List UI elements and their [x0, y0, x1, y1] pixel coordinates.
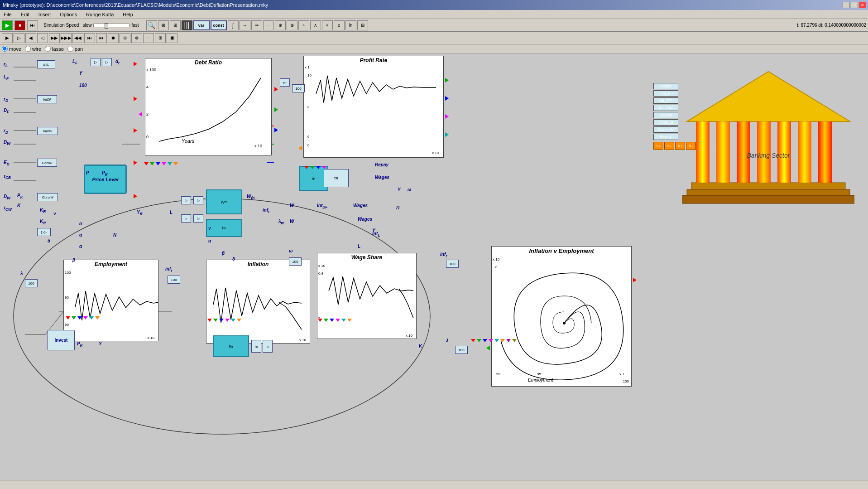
- var-Y-R[interactable]: YR: [137, 210, 143, 216]
- zoom-fit-button[interactable]: ⊞: [170, 20, 181, 30]
- var-W-1[interactable]: W: [290, 203, 294, 208]
- rewind-slow-btn[interactable]: ◁: [37, 33, 48, 43]
- var-EB[interactable]: EB: [4, 160, 10, 166]
- rewind-btn[interactable]: ◀: [25, 33, 36, 43]
- var-Wages-top[interactable]: Wages: [375, 175, 389, 180]
- var-W-2[interactable]: W: [290, 219, 294, 224]
- op-button-6[interactable]: ÷: [298, 20, 309, 30]
- op-button-1[interactable]: →: [240, 20, 250, 30]
- var-L[interactable]: L: [170, 210, 173, 215]
- zoom-out-button[interactable]: 🔍: [146, 20, 157, 30]
- var-omega-1[interactable]: ω: [408, 187, 411, 192]
- misc-btn3[interactable]: ⋯: [143, 33, 154, 43]
- cons-block-B[interactable]: ConsB: [37, 159, 57, 167]
- misc-btn5[interactable]: ▣: [167, 33, 177, 43]
- play-button[interactable]: ▶: [2, 20, 13, 30]
- step-button[interactable]: ⏭: [27, 20, 38, 30]
- ifn-block[interactable]: Ifn: [206, 219, 242, 237]
- var-L-2[interactable]: L: [358, 244, 360, 249]
- stop-button[interactable]: ■: [14, 20, 25, 30]
- var-KR-1[interactable]: KR: [40, 208, 46, 214]
- legend-cons-w[interactable]: Cons_W: [653, 126, 678, 133]
- step-fwd-btn[interactable]: ⏭: [84, 33, 95, 43]
- var-lambda-w[interactable]: λw: [278, 219, 284, 225]
- menu-runge-kutta[interactable]: Runge Kutta: [84, 11, 115, 18]
- var-rD-2[interactable]: rD: [4, 128, 8, 135]
- var-infr-2[interactable]: infr: [165, 266, 172, 273]
- misc-btn2[interactable]: ⊗: [131, 33, 142, 43]
- speed-slider[interactable]: [93, 24, 129, 27]
- histogram-button[interactable]: |||: [182, 20, 192, 30]
- op-button-9[interactable]: e: [334, 20, 345, 30]
- op-button-3[interactable]: ⋯: [263, 20, 274, 30]
- var-omega-2[interactable]: ω: [289, 248, 293, 253]
- minimize-button[interactable]: _: [843, 2, 850, 8]
- int-block-DW[interactable]: IntDW: [37, 127, 58, 135]
- hundred-block-bottom[interactable]: 100: [455, 346, 468, 354]
- ffwd2-btn[interactable]: ▶▶▶: [61, 33, 72, 43]
- var-beta[interactable]: β: [72, 257, 75, 262]
- mode-pan-radio[interactable]: [67, 46, 73, 52]
- legend-cons-b[interactable]: Cons_B: [653, 119, 678, 126]
- back2-btn[interactable]: ◀◀: [72, 33, 83, 43]
- hundred-block-inf[interactable]: 100: [168, 276, 180, 284]
- op-button-10[interactable]: ln: [345, 20, 356, 30]
- menu-file[interactable]: File: [2, 11, 14, 18]
- var-alpha-ifn[interactable]: α: [208, 238, 211, 243]
- arrow-block-2[interactable]: ▷: [102, 58, 112, 66]
- var-Wfn-label[interactable]: Wfn: [247, 194, 254, 200]
- var-DW-2[interactable]: DW: [4, 194, 10, 200]
- var-rD-1[interactable]: rD: [4, 97, 8, 103]
- window-controls[interactable]: _ □ ✕: [843, 2, 866, 8]
- op-button-7[interactable]: ∧: [310, 20, 321, 30]
- zoom-in-button[interactable]: ⊕: [158, 20, 169, 30]
- const-button[interactable]: const: [211, 20, 227, 30]
- arrow-block-mid[interactable]: ▷▷: [37, 228, 51, 236]
- var-delta-2[interactable]: δ: [232, 257, 235, 261]
- var-rL[interactable]: rL: [4, 62, 8, 68]
- var-lambda-emp[interactable]: λ: [20, 271, 23, 276]
- var-IntDF-mid[interactable]: IntDF: [317, 203, 327, 209]
- var-Y-mid[interactable]: Y: [79, 71, 82, 76]
- mode-lasso[interactable]: lasso: [45, 46, 64, 52]
- var-tCW[interactable]: τCW: [4, 205, 12, 212]
- op-button-11[interactable]: ⊞: [357, 20, 368, 30]
- op-button-5[interactable]: ⊗: [287, 20, 297, 30]
- var-DF[interactable]: DF: [4, 108, 9, 114]
- var-Y-bottom[interactable]: Y: [99, 341, 102, 346]
- var-DW[interactable]: DW: [4, 140, 10, 146]
- misc-btn4[interactable]: ⊞: [155, 33, 166, 43]
- var-LF-top[interactable]: LF: [4, 74, 9, 81]
- var-Repay-1[interactable]: Repay: [375, 162, 388, 167]
- mode-move[interactable]: move: [2, 46, 21, 52]
- op-small-3[interactable]: ▷: [181, 214, 191, 223]
- menu-edit[interactable]: Edit: [19, 11, 31, 18]
- close-button[interactable]: ✕: [859, 2, 866, 8]
- var-lambda-bottom[interactable]: λ: [446, 338, 449, 343]
- rec-btn[interactable]: ⏺: [108, 33, 119, 43]
- maximize-button[interactable]: □: [851, 2, 858, 8]
- legend-int-dw[interactable]: Int_DW: [653, 105, 678, 111]
- var-infr-1[interactable]: infr: [263, 208, 269, 214]
- hundred-block-emp[interactable]: 100: [25, 279, 38, 287]
- legend-int-df[interactable]: Int_DF: [653, 97, 678, 104]
- price-level-block[interactable]: Price Level: [84, 165, 127, 194]
- tau-r-bottom[interactable]: τr: [263, 340, 273, 353]
- play-slow-btn[interactable]: ▷: [14, 33, 24, 43]
- int-block-DF[interactable]: IntDF: [37, 95, 57, 103]
- step-bk-btn[interactable]: ⏮: [96, 33, 107, 43]
- legend-wages[interactable]: Wages: [653, 112, 678, 118]
- op-small-2[interactable]: ▷: [193, 196, 203, 204]
- var-Y-top-right[interactable]: Y: [398, 187, 401, 192]
- var-Y-right[interactable]: Y: [372, 228, 375, 233]
- op-small-1[interactable]: ▷: [181, 196, 191, 204]
- legend-btn-2[interactable]: S↓: [664, 142, 674, 150]
- op-button-2[interactable]: ⇒: [251, 20, 262, 30]
- arrow-block-1[interactable]: ▷: [91, 58, 101, 66]
- var-button[interactable]: var: [193, 20, 210, 30]
- var-Pi[interactable]: Π: [396, 205, 399, 210]
- var-alpha-1[interactable]: α: [79, 221, 82, 226]
- var-tCB[interactable]: τCB: [4, 174, 11, 180]
- pi-r-block-1[interactable]: πr: [280, 78, 290, 87]
- wfn-block[interactable]: Wfn: [206, 189, 242, 214]
